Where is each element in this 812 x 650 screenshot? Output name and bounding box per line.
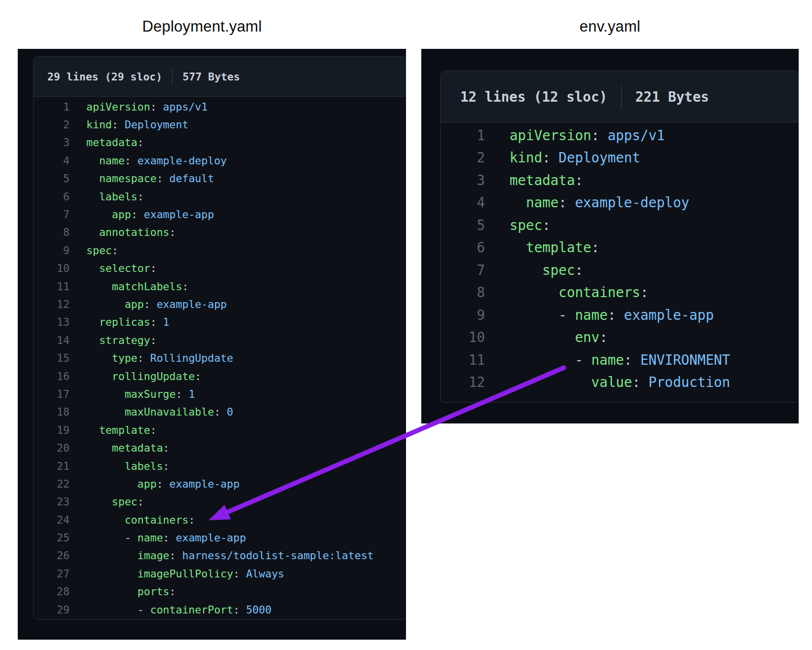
line-number: 1 bbox=[34, 101, 70, 113]
code-line: 16 rollingUpdate: bbox=[34, 367, 406, 385]
line-number: 4 bbox=[34, 154, 70, 167]
code-text: spec: bbox=[70, 244, 118, 257]
code-line: 2kind: Deployment bbox=[34, 115, 406, 133]
code-line: 3metadata: bbox=[34, 134, 406, 152]
code-line: 7 spec: bbox=[441, 259, 799, 281]
code-line: 12 app: example-app bbox=[34, 295, 406, 313]
line-number: 10 bbox=[441, 329, 485, 345]
code-line: 21 labels: bbox=[34, 457, 406, 475]
code-line: 6 template: bbox=[441, 236, 799, 259]
code-line: 7 app: example-app bbox=[34, 205, 406, 223]
code-text: namespace: default bbox=[70, 172, 214, 185]
line-number: 12 bbox=[34, 298, 70, 310]
code-text: env: bbox=[485, 329, 608, 345]
code-text: replicas: 1 bbox=[70, 316, 169, 328]
code-text: spec: bbox=[485, 262, 583, 278]
code-text: - name: example-app bbox=[485, 307, 714, 323]
code-text: name: example-deploy bbox=[70, 154, 227, 167]
line-number: 19 bbox=[34, 424, 70, 436]
code-text: metadata: bbox=[485, 172, 583, 188]
code-line: 10 env: bbox=[441, 326, 799, 349]
code-line: 13 replicas: 1 bbox=[34, 313, 406, 331]
code-text: metadata: bbox=[70, 136, 144, 149]
code-line: 22 app: example-app bbox=[34, 475, 406, 493]
code-line: 11 matchLabels: bbox=[34, 277, 406, 295]
code-line: 6 labels: bbox=[34, 188, 406, 205]
line-number: 3 bbox=[441, 172, 485, 188]
line-number: 14 bbox=[34, 334, 70, 346]
code-text: value: Production bbox=[485, 374, 730, 390]
line-number: 7 bbox=[441, 262, 485, 278]
code-text: kind: Deployment bbox=[70, 118, 188, 131]
blob-header: 29 lines (29 sloc) 577 Bytes bbox=[34, 57, 406, 97]
line-number: 22 bbox=[34, 478, 70, 490]
code-line: 27 imagePullPolicy: Always bbox=[34, 565, 406, 582]
line-number: 2 bbox=[34, 118, 70, 131]
file-size: 577 Bytes bbox=[183, 71, 240, 83]
code-text: - name: example-app bbox=[70, 532, 246, 544]
line-number: 28 bbox=[34, 585, 70, 598]
line-number: 20 bbox=[34, 442, 70, 454]
code-line: 3metadata: bbox=[441, 169, 799, 191]
lines-count: 29 lines (29 sloc) bbox=[47, 71, 162, 83]
code-line: 15 type: RollingUpdate bbox=[34, 349, 406, 367]
header-divider bbox=[172, 68, 173, 85]
file-size: 221 Bytes bbox=[635, 89, 709, 105]
blob-header: 12 lines (12 sloc) 221 Bytes bbox=[441, 71, 799, 122]
code-text: template: bbox=[70, 424, 156, 436]
code-text: ports: bbox=[70, 585, 176, 598]
code-area: 1apiVersion: apps/v12kind: Deployment3me… bbox=[34, 97, 406, 618]
code-line: 18 maxUnavailable: 0 bbox=[34, 403, 406, 421]
code-text: maxSurge: 1 bbox=[70, 388, 195, 400]
code-text: imagePullPolicy: Always bbox=[70, 568, 284, 580]
line-number: 1 bbox=[441, 127, 485, 143]
code-line: 19 template: bbox=[34, 421, 406, 439]
line-number: 21 bbox=[34, 460, 70, 472]
line-number: 16 bbox=[34, 370, 70, 382]
code-text: rollingUpdate: bbox=[70, 370, 201, 382]
code-line: 25 - name: example-app bbox=[34, 529, 406, 546]
line-number: 23 bbox=[34, 496, 70, 508]
line-number: 17 bbox=[34, 388, 70, 400]
code-text: matchLabels: bbox=[70, 280, 188, 293]
code-line: 29 - containerPort: 5000 bbox=[34, 601, 406, 618]
code-text: app: example-app bbox=[70, 298, 227, 310]
code-text: apiVersion: apps/v1 bbox=[485, 127, 665, 143]
line-number: 5 bbox=[34, 172, 70, 185]
line-number: 7 bbox=[34, 208, 70, 221]
line-number: 9 bbox=[34, 244, 70, 257]
code-text: containers: bbox=[485, 284, 648, 300]
line-number: 6 bbox=[34, 191, 70, 203]
code-text: spec: bbox=[485, 217, 551, 233]
header-divider bbox=[621, 85, 622, 108]
line-number: 5 bbox=[441, 217, 485, 233]
line-number: 6 bbox=[441, 239, 485, 255]
code-line: 17 maxSurge: 1 bbox=[34, 385, 406, 403]
code-text: app: example-app bbox=[70, 208, 214, 221]
code-text: labels: bbox=[70, 460, 169, 472]
lines-count: 12 lines (12 sloc) bbox=[460, 89, 607, 105]
code-line: 8 containers: bbox=[441, 281, 799, 304]
code-line: 9 - name: example-app bbox=[441, 304, 799, 326]
line-number: 18 bbox=[34, 406, 70, 418]
code-line: 1apiVersion: apps/v1 bbox=[441, 124, 799, 147]
code-line: 11 - name: ENVIRONMENT bbox=[441, 348, 799, 371]
env-yaml-blob: 12 lines (12 sloc) 221 Bytes 1apiVersion… bbox=[440, 71, 799, 403]
code-text: labels: bbox=[70, 191, 144, 203]
line-number: 4 bbox=[441, 194, 485, 210]
line-number: 11 bbox=[441, 352, 485, 368]
code-line: 12 value: Production bbox=[441, 371, 799, 394]
deployment-yaml-panel: 29 lines (29 sloc) 577 Bytes 1apiVersion… bbox=[18, 49, 406, 640]
line-number: 29 bbox=[34, 604, 70, 616]
code-line: 1apiVersion: apps/v1 bbox=[34, 98, 406, 115]
code-line: 26 image: harness/todolist-sample:latest bbox=[34, 547, 406, 565]
code-text: metadata: bbox=[70, 442, 169, 454]
file-title-env-yaml: env.yaml bbox=[421, 17, 799, 37]
code-text: - containerPort: 5000 bbox=[70, 604, 271, 616]
env-yaml-panel: 12 lines (12 sloc) 221 Bytes 1apiVersion… bbox=[421, 49, 799, 423]
code-text: maxUnavailable: 0 bbox=[70, 406, 233, 418]
code-line: 2kind: Deployment bbox=[441, 147, 799, 169]
code-area: 1apiVersion: apps/v12kind: Deployment3me… bbox=[441, 122, 799, 393]
code-text: containers: bbox=[70, 514, 195, 526]
code-line: 9spec: bbox=[34, 241, 406, 259]
